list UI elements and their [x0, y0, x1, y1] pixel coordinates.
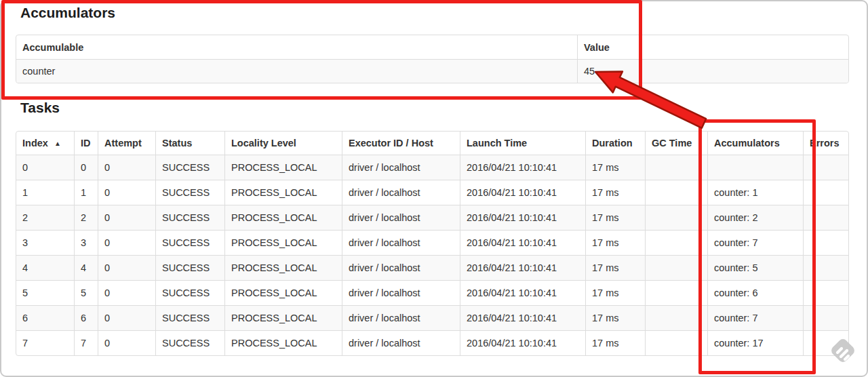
accumulators-cell: counter: 17 — [707, 330, 803, 355]
task-row: 3 3 0 SUCCESS PROCESS_LOCAL driver / loc… — [16, 230, 848, 255]
executor-id-host-cell: driver / localhost — [342, 280, 460, 305]
duration-cell: 17 ms — [585, 255, 645, 280]
attempt-cell: 0 — [98, 305, 155, 330]
index-cell: 4 — [16, 255, 74, 280]
duration-cell: 17 ms — [585, 305, 645, 330]
gc-time-cell — [645, 205, 707, 230]
locality-level-header-cell[interactable]: Locality Level — [224, 132, 342, 155]
tasks-table: Index▲ ID Attempt Status Locality Level … — [16, 131, 849, 356]
duration-cell: 17 ms — [585, 180, 645, 205]
value-header-cell[interactable]: Value — [577, 35, 848, 59]
attempt-cell: 0 — [98, 180, 155, 205]
accumulable-value-cell: 45 — [577, 59, 848, 83]
executor-id-host-cell: driver / localhost — [342, 205, 460, 230]
accumulators-cell: counter: 5 — [707, 255, 803, 280]
errors-cell — [803, 255, 848, 280]
id-cell: 7 — [74, 330, 98, 355]
task-row: 1 1 0 SUCCESS PROCESS_LOCAL driver / loc… — [16, 180, 848, 205]
tasks-table-header-row: Index▲ ID Attempt Status Locality Level … — [16, 132, 848, 155]
gc-time-cell — [645, 330, 707, 355]
attempt-cell: 0 — [98, 255, 155, 280]
locality-level-cell: PROCESS_LOCAL — [224, 330, 342, 355]
errors-cell — [803, 205, 848, 230]
attempt-header-cell[interactable]: Attempt — [98, 132, 155, 155]
id-cell: 4 — [74, 255, 98, 280]
index-cell: 6 — [16, 305, 74, 330]
index-cell: 0 — [16, 155, 74, 180]
duration-cell: 17 ms — [585, 205, 645, 230]
task-row: 2 2 0 SUCCESS PROCESS_LOCAL driver / loc… — [16, 205, 848, 230]
errors-cell — [803, 305, 848, 330]
id-header-cell[interactable]: ID — [74, 132, 98, 155]
duration-cell: 17 ms — [585, 280, 645, 305]
accumulators-cell: counter: 7 — [707, 230, 803, 255]
id-cell: 5 — [74, 280, 98, 305]
launch-time-cell: 2016/04/21 10:10:41 — [460, 330, 585, 355]
task-row: 4 4 0 SUCCESS PROCESS_LOCAL driver / loc… — [16, 255, 848, 280]
feedly-watermark-icon — [826, 334, 860, 368]
errors-cell — [803, 155, 848, 180]
status-cell: SUCCESS — [155, 330, 224, 355]
errors-cell — [803, 280, 848, 305]
launch-time-cell: 2016/04/21 10:10:41 — [460, 180, 585, 205]
launch-time-cell: 2016/04/21 10:10:41 — [460, 305, 585, 330]
gc-time-cell — [645, 305, 707, 330]
executor-id-host-header-cell[interactable]: Executor ID / Host — [342, 132, 460, 155]
executor-id-host-cell: driver / localhost — [342, 305, 460, 330]
index-cell: 5 — [16, 280, 74, 305]
accumulators-section-heading: Accumulators — [20, 5, 115, 21]
tasks-section-heading: Tasks — [20, 100, 60, 116]
attempt-cell: 0 — [98, 230, 155, 255]
accumulable-row: counter 45 — [16, 59, 848, 83]
errors-cell — [803, 180, 848, 205]
executor-id-host-cell: driver / localhost — [342, 180, 460, 205]
status-cell: SUCCESS — [155, 305, 224, 330]
task-row: 5 5 0 SUCCESS PROCESS_LOCAL driver / loc… — [16, 280, 848, 305]
status-cell: SUCCESS — [155, 205, 224, 230]
launch-time-cell: 2016/04/21 10:10:41 — [460, 255, 585, 280]
errors-cell — [803, 230, 848, 255]
duration-cell: 17 ms — [585, 155, 645, 180]
task-row: 0 0 0 SUCCESS PROCESS_LOCAL driver / loc… — [16, 155, 848, 180]
sort-ascending-icon: ▲ — [54, 140, 61, 147]
launch-time-cell: 2016/04/21 10:10:41 — [460, 205, 585, 230]
attempt-cell: 0 — [98, 330, 155, 355]
status-cell: SUCCESS — [155, 230, 224, 255]
launch-time-header-cell[interactable]: Launch Time — [460, 132, 585, 155]
locality-level-cell: PROCESS_LOCAL — [224, 180, 342, 205]
index-cell: 2 — [16, 205, 74, 230]
index-cell: 7 — [16, 330, 74, 355]
executor-id-host-cell: driver / localhost — [342, 230, 460, 255]
executor-id-host-cell: driver / localhost — [342, 255, 460, 280]
gc-time-cell — [645, 255, 707, 280]
accumulable-table-header-row: Accumulable Value — [16, 35, 848, 59]
accumulable-header-cell[interactable]: Accumulable — [16, 35, 577, 59]
status-cell: SUCCESS — [155, 280, 224, 305]
status-cell: SUCCESS — [155, 180, 224, 205]
launch-time-cell: 2016/04/21 10:10:41 — [460, 280, 585, 305]
id-cell: 6 — [74, 305, 98, 330]
errors-header-cell[interactable]: Errors — [803, 132, 848, 155]
id-cell: 2 — [74, 205, 98, 230]
launch-time-cell: 2016/04/21 10:10:41 — [460, 230, 585, 255]
locality-level-cell: PROCESS_LOCAL — [224, 155, 342, 180]
duration-cell: 17 ms — [585, 330, 645, 355]
gc-time-cell — [645, 180, 707, 205]
status-cell: SUCCESS — [155, 155, 224, 180]
index-header-cell[interactable]: Index▲ — [16, 132, 74, 155]
status-header-cell[interactable]: Status — [155, 132, 224, 155]
accumulators-cell: counter: 1 — [707, 180, 803, 205]
accumulators-header-cell[interactable]: Accumulators — [707, 132, 803, 155]
accumulators-cell — [707, 155, 803, 180]
executor-id-host-cell: driver / localhost — [342, 155, 460, 180]
duration-header-cell[interactable]: Duration — [585, 132, 645, 155]
accumulators-cell: counter: 7 — [707, 305, 803, 330]
attempt-cell: 0 — [98, 205, 155, 230]
id-cell: 3 — [74, 230, 98, 255]
task-row: 7 7 0 SUCCESS PROCESS_LOCAL driver / loc… — [16, 330, 848, 355]
index-cell: 3 — [16, 230, 74, 255]
id-cell: 1 — [74, 180, 98, 205]
locality-level-cell: PROCESS_LOCAL — [224, 205, 342, 230]
gc-time-header-cell[interactable]: GC Time — [645, 132, 707, 155]
index-header-label: Index — [22, 138, 48, 148]
